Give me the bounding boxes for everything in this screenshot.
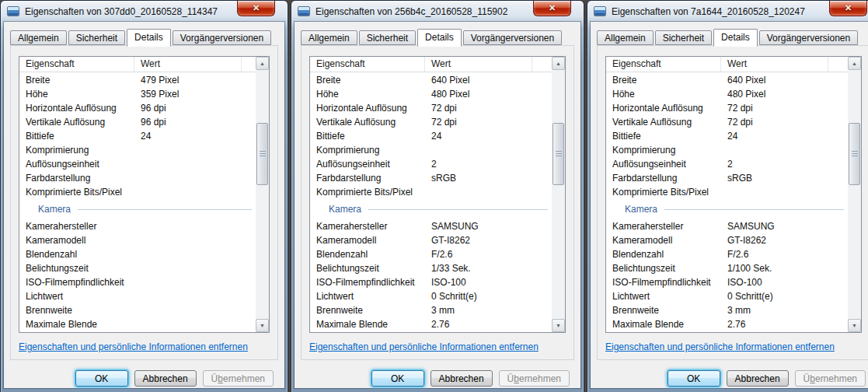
titlebar[interactable]: Eigenschaften von 7a1644_20160528_120247… xyxy=(587,1,868,22)
close-button[interactable]: ✕ xyxy=(237,1,275,16)
property-row[interactable]: Bittiefe24 xyxy=(19,129,256,143)
property-row[interactable]: Breite479 Pixel xyxy=(19,73,256,87)
property-row[interactable]: Kameramodell xyxy=(19,233,256,247)
remove-properties-link[interactable]: Eigenschaften und persönliche Informatio… xyxy=(19,341,248,352)
property-row[interactable]: Vertikale Auflösung72 dpi xyxy=(606,115,848,129)
dialog-body: AllgemeinSicherheitDetailsVorgängerversi… xyxy=(591,22,868,388)
scrollbar[interactable]: ▲ ▼ xyxy=(552,57,565,332)
property-row[interactable]: Brennweite3 mm xyxy=(310,303,552,317)
tab-vorgaengerversionen[interactable]: Vorgängerversionen xyxy=(759,30,858,45)
property-row[interactable]: KameramodellGT-I8262 xyxy=(310,233,552,247)
scrollbar[interactable]: ▲ ▼ xyxy=(848,57,861,332)
property-row[interactable]: Brennweite xyxy=(19,303,256,317)
property-row[interactable]: KameraherstellerSAMSUNG xyxy=(606,219,848,233)
property-row[interactable]: Komprimierte Bits/Pixel xyxy=(310,185,552,199)
tab-allgemein[interactable]: Allgemein xyxy=(10,30,67,45)
property-row[interactable]: Belichtungszeit xyxy=(19,261,256,275)
property-row[interactable]: Horizontale Auflösung72 dpi xyxy=(606,101,848,115)
scrollbar[interactable]: ▲ ▼ xyxy=(256,57,269,332)
property-row[interactable]: KameraherstellerSAMSUNG xyxy=(310,219,552,233)
property-row[interactable]: ISO-FilmempfindlichkeitISO-100 xyxy=(310,275,552,289)
scrollbar-thumb[interactable] xyxy=(849,123,860,185)
property-row[interactable]: BlendenzahlF/2.6 xyxy=(606,247,848,261)
property-row[interactable]: Bittiefe24 xyxy=(310,129,552,143)
property-row[interactable]: Breite640 Pixel xyxy=(310,73,552,87)
column-header-property: Eigenschaft xyxy=(612,57,721,72)
property-row[interactable]: Maximale Blende2.76 xyxy=(606,317,848,331)
property-row[interactable]: FarbdarstellungsRGB xyxy=(310,171,552,185)
property-row[interactable]: Vertikale Auflösung96 dpi xyxy=(19,115,256,129)
scroll-down-button[interactable]: ▼ xyxy=(256,319,269,332)
property-row[interactable]: Maximale Blende2.76 xyxy=(310,317,552,331)
tab-vorgaengerversionen[interactable]: Vorgängerversionen xyxy=(463,30,562,45)
property-label: Horizontale Auflösung xyxy=(26,101,134,115)
close-button[interactable]: ✕ xyxy=(533,1,571,16)
property-row[interactable]: Komprimierung xyxy=(606,143,848,157)
property-row[interactable]: Lichtwert0 Schritt(e) xyxy=(310,289,552,303)
property-row[interactable]: Belichtungszeit1/100 Sek. xyxy=(606,261,848,275)
scroll-up-button[interactable]: ▲ xyxy=(256,57,269,70)
tab-details[interactable]: Details xyxy=(127,29,171,47)
property-row[interactable]: ISO-Filmempfindlichkeit xyxy=(19,275,256,289)
property-row[interactable]: Komprimierte Bits/Pixel xyxy=(606,185,848,199)
property-row[interactable]: Kamerahersteller xyxy=(19,219,256,233)
property-row[interactable]: Auflösungseinheit2 xyxy=(310,157,552,171)
property-row[interactable]: Höhe480 Pixel xyxy=(310,87,552,101)
property-row[interactable]: Maximale Blende xyxy=(19,317,256,331)
cancel-button[interactable]: Abbrechen xyxy=(727,370,789,387)
property-row[interactable]: Vertikale Auflösung72 dpi xyxy=(310,115,552,129)
scroll-down-button[interactable]: ▼ xyxy=(552,319,565,332)
property-row[interactable]: Höhe359 Pixel xyxy=(19,87,256,101)
ok-button[interactable]: OK xyxy=(668,370,720,387)
scrollbar-thumb[interactable] xyxy=(553,123,564,185)
property-row[interactable]: BlendenzahlF/2.6 xyxy=(310,247,552,261)
titlebar[interactable]: Eigenschaften von 307dd0_20160528_114347… xyxy=(1,1,288,22)
property-row[interactable]: Breite640 Pixel xyxy=(606,73,848,87)
property-row[interactable]: Horizontale Auflösung96 dpi xyxy=(19,101,256,115)
close-button[interactable]: ✕ xyxy=(829,1,867,16)
property-row[interactable]: Blendenzahl xyxy=(19,247,256,261)
property-row[interactable]: Auflösungseinheit xyxy=(19,157,256,171)
titlebar[interactable]: Eigenschaften von 256b4c_20160528_115902… xyxy=(291,1,584,22)
property-row[interactable]: Brennweite3 mm xyxy=(606,303,848,317)
cancel-button[interactable]: Abbrechen xyxy=(431,370,493,387)
property-row[interactable]: Farbdarstellung xyxy=(19,171,256,185)
scroll-up-icon: ▲ xyxy=(556,61,561,66)
scrollbar-thumb[interactable] xyxy=(256,123,268,185)
apply-button[interactable]: Übernehmen xyxy=(795,370,866,387)
property-row[interactable]: Bittiefe24 xyxy=(606,129,848,143)
cancel-button[interactable]: Abbrechen xyxy=(134,370,197,387)
property-row[interactable]: Komprimierung xyxy=(310,143,552,157)
property-value: 3 mm xyxy=(425,303,455,317)
property-row[interactable]: Lichtwert0 Schritt(e) xyxy=(606,289,848,303)
property-value: 359 Pixel xyxy=(134,87,179,101)
scroll-down-button[interactable]: ▼ xyxy=(848,319,861,332)
scroll-up-button[interactable]: ▲ xyxy=(848,57,861,70)
apply-button[interactable]: Übernehmen xyxy=(499,370,570,387)
tab-allgemein[interactable]: Allgemein xyxy=(597,30,654,45)
property-row[interactable]: Horizontale Auflösung72 dpi xyxy=(310,101,552,115)
ok-button[interactable]: OK xyxy=(371,370,424,387)
tab-vorgaengerversionen[interactable]: Vorgängerversionen xyxy=(173,30,271,45)
tab-allgemein[interactable]: Allgemein xyxy=(301,30,357,45)
property-row[interactable]: FarbdarstellungsRGB xyxy=(606,171,848,185)
scroll-up-button[interactable]: ▲ xyxy=(552,57,565,70)
tab-sicherheit[interactable]: Sicherheit xyxy=(359,30,416,45)
property-row[interactable]: KameramodellGT-I8262 xyxy=(606,233,848,247)
property-row[interactable]: Höhe480 Pixel xyxy=(606,87,848,101)
property-row[interactable]: Belichtungszeit1/33 Sek. xyxy=(310,261,552,275)
ok-button[interactable]: OK xyxy=(75,370,128,387)
tab-sicherheit[interactable]: Sicherheit xyxy=(655,30,712,45)
property-row[interactable]: Komprimierte Bits/Pixel xyxy=(19,185,256,199)
tab-details[interactable]: Details xyxy=(417,29,462,47)
tab-sicherheit[interactable]: Sicherheit xyxy=(68,30,125,45)
property-row[interactable]: Auflösungseinheit2 xyxy=(606,157,848,171)
tab-details[interactable]: Details xyxy=(713,29,758,47)
remove-properties-link[interactable]: Eigenschaften und persönliche Informatio… xyxy=(309,341,539,352)
property-value: 480 Pixel xyxy=(425,87,469,101)
remove-properties-link[interactable]: Eigenschaften und persönliche Informatio… xyxy=(605,341,835,352)
property-row[interactable]: Komprimierung xyxy=(19,143,256,157)
property-row[interactable]: ISO-FilmempfindlichkeitISO-100 xyxy=(606,275,848,289)
property-row[interactable]: Lichtwert xyxy=(19,289,256,303)
apply-button[interactable]: Übernehmen xyxy=(203,370,274,387)
